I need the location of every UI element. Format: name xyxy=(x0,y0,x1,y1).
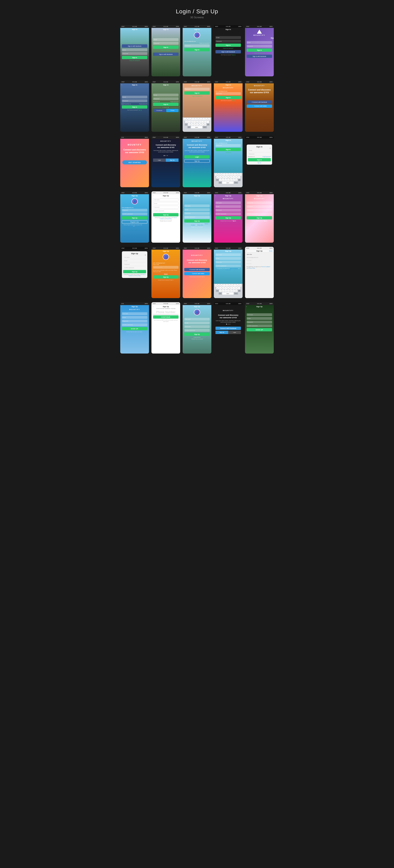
confirm-input-17[interactable]: Confirm password xyxy=(153,209,178,212)
password-input-26[interactable]: Password xyxy=(122,320,147,322)
key-7[interactable]: 7PQRS xyxy=(153,331,161,335)
fullname-input-24[interactable]: Full name xyxy=(216,253,241,256)
back-icon-3[interactable]: ‹ xyxy=(184,29,185,30)
signup-btn-19[interactable]: Sign Up xyxy=(216,216,241,219)
signin-link-26[interactable]: Clicking Sign Up means you agree... xyxy=(122,331,147,332)
key-0[interactable]: 0 xyxy=(162,335,170,339)
password-input-24[interactable]: Password xyxy=(216,261,241,264)
email-input-17[interactable]: Email xyxy=(153,202,178,205)
back-icon-26[interactable]: ‹ xyxy=(122,306,122,308)
fullname-input-18[interactable]: Full name xyxy=(184,205,210,207)
confirm-input-21[interactable]: Confirm password xyxy=(123,266,146,269)
email-input-15[interactable]: Email xyxy=(248,149,271,152)
back-icon-20[interactable]: ‹ xyxy=(246,195,247,197)
password-input-16[interactable]: Password xyxy=(122,209,147,212)
key-2[interactable]: 2ABC xyxy=(162,323,170,327)
phone-input-27[interactable]: Phone Number xyxy=(153,310,178,314)
email-input-2[interactable]: Email xyxy=(153,38,178,41)
password-input-7[interactable]: Password xyxy=(153,97,178,100)
signin-btn-6[interactable]: Sign In xyxy=(122,105,147,108)
signup-tab-12[interactable]: Sign Up xyxy=(166,158,178,162)
fullname-input-30[interactable]: Full name xyxy=(247,313,272,316)
fullname-input-21[interactable]: Full name xyxy=(123,256,146,259)
get-started-btn-11[interactable]: GET STARTED xyxy=(122,160,147,164)
signup-btn-30[interactable]: SIGN UP xyxy=(247,328,272,331)
back-icon-28[interactable]: ‹ xyxy=(184,306,185,308)
tw-btn-7[interactable]: t Twitter xyxy=(166,109,178,112)
password-input-19[interactable]: Password xyxy=(216,209,241,212)
fb-btn-10[interactable]: f Connect with facebook xyxy=(247,100,272,104)
back-icon-24[interactable]: ‹ xyxy=(215,250,216,252)
password-input-9[interactable]: Password xyxy=(216,92,241,95)
tw-btn-10[interactable]: 🐦 Connect with twitter xyxy=(247,104,272,108)
email-input-4[interactable]: Email xyxy=(216,36,241,39)
signin-btn-14[interactable]: Sign In xyxy=(216,148,241,151)
signin-btn-9[interactable]: Sign In xyxy=(216,96,241,99)
back-icon-14[interactable]: ‹ xyxy=(215,140,216,141)
signup-btn-28[interactable]: Sign Up xyxy=(184,333,210,336)
password-input-22[interactable]: •••••••• xyxy=(153,266,178,269)
back-icon-19[interactable]: ‹ xyxy=(215,195,216,197)
forgot-link-8[interactable]: Forgot your password? xyxy=(184,95,210,97)
password-input-15[interactable]: Password xyxy=(248,153,271,155)
forgot-3[interactable]: Forgot your password? xyxy=(184,42,210,44)
get-started-14[interactable]: Get Started xyxy=(216,152,241,153)
fullname-input-28[interactable]: Full name xyxy=(184,318,210,321)
key-3[interactable]: 3DEF xyxy=(170,323,178,327)
fb-btn-4[interactable]: Sign in with facebook xyxy=(216,50,241,53)
close-btn-21[interactable]: ✕ xyxy=(145,254,146,256)
signup-btn-13[interactable]: Sign Up xyxy=(184,159,210,163)
password-input-20[interactable]: Password xyxy=(247,209,272,212)
confirm-input-28[interactable]: Confirm password xyxy=(184,329,210,332)
password-input-4[interactable]: Password xyxy=(216,40,241,43)
key-9[interactable]: 9WXYZ xyxy=(170,331,178,335)
connect-fb-btn-29[interactable]: Connect with Facebook xyxy=(216,327,241,330)
fullname-input-26[interactable]: Full name xyxy=(122,312,147,315)
email-input-5[interactable]: Email xyxy=(247,41,272,44)
back-icon-22[interactable]: ‹ xyxy=(153,250,153,252)
signin-btn-5[interactable]: Sign In xyxy=(247,49,272,52)
back-icon-2[interactable]: ‹ xyxy=(153,29,153,30)
key-8[interactable]: 8TUV xyxy=(162,331,170,335)
fb-btn-7[interactable]: f Facebook xyxy=(153,109,165,112)
confirm-input-19[interactable]: Confirm password xyxy=(216,213,241,215)
login-tab-12[interactable]: Login xyxy=(153,158,166,162)
done-btn-25[interactable]: Done xyxy=(269,250,272,252)
signup-btn-18[interactable]: Sign Up xyxy=(184,219,210,222)
forgot-link-1[interactable]: Forgot your password? xyxy=(122,60,147,61)
signin-btn-4[interactable]: Sign In xyxy=(216,43,241,47)
back-icon-18[interactable]: ‹ xyxy=(184,195,185,197)
email-input-18[interactable]: Email xyxy=(184,208,210,211)
password-input-1[interactable]: Password xyxy=(122,52,147,55)
signin-btn-1[interactable]: Sign In xyxy=(122,56,147,59)
back-icon-9[interactable]: ‹ xyxy=(215,84,216,86)
signup-btn-21[interactable]: Sign Up xyxy=(123,270,146,273)
confirm-input-18[interactable]: Confirm password xyxy=(184,216,210,218)
back-icon-7[interactable]: ‹ xyxy=(153,84,153,86)
password-input-17[interactable]: Password xyxy=(153,206,178,209)
signup-link-15[interactable]: Sign Up xyxy=(248,162,271,163)
signup-btn-26[interactable]: SIGN UP xyxy=(122,327,147,330)
close-btn-15[interactable]: ✕ xyxy=(269,147,271,149)
signin-btn-15[interactable]: Sign In xyxy=(248,158,271,161)
create-btn-28[interactable]: Create Account xyxy=(184,337,210,338)
email-input-28[interactable]: Email xyxy=(184,321,210,324)
register-btn-16[interactable]: Register now xyxy=(122,220,147,223)
fb-btn-5[interactable]: Sign in with facebook xyxy=(247,55,272,58)
key-1[interactable]: 1 xyxy=(153,323,161,327)
key-del[interactable]: ⌫ xyxy=(170,335,178,339)
confirm-input-16[interactable]: Confirm password xyxy=(122,213,147,215)
password-input-3[interactable]: Password xyxy=(184,44,210,47)
confirm-input-20[interactable]: Confirm password xyxy=(247,213,272,215)
confirm-input-24[interactable]: Confirm password xyxy=(216,265,241,267)
password-input-30[interactable]: Password xyxy=(247,321,272,323)
signup-btn-16[interactable]: Sign Up xyxy=(122,216,147,219)
password-input-14[interactable]: Password xyxy=(216,144,241,147)
password-input-2[interactable]: Password xyxy=(153,42,178,45)
password-input-21[interactable]: Password xyxy=(123,263,146,266)
email-input-26[interactable]: Email xyxy=(122,316,147,319)
email-input-21[interactable]: Email xyxy=(123,259,146,262)
fullname-input-19[interactable]: Full name xyxy=(216,202,241,204)
fb-btn-1[interactable]: Sign in with facebook xyxy=(122,44,147,48)
back-icon-30[interactable]: ‹ xyxy=(246,306,247,308)
